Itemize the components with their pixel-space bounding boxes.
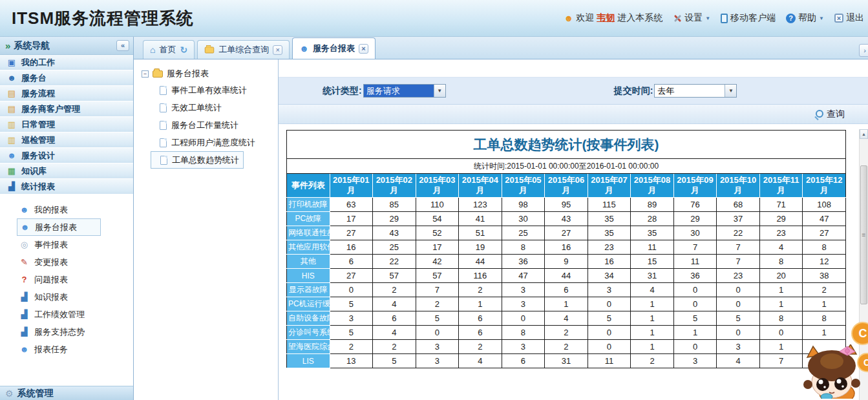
tab-servicedesk-report[interactable]: ☻服务台报表× bbox=[292, 37, 376, 59]
tree-item[interactable]: 工单总数趋势统计 bbox=[151, 151, 244, 169]
sidebar-item-label: 服务台 bbox=[21, 72, 47, 84]
tab-ticket-query[interactable]: 工单综合查询× bbox=[197, 40, 290, 59]
incident-report-icon: ◎ bbox=[19, 240, 29, 249]
tab-overflow-button[interactable]: › bbox=[859, 44, 868, 57]
app-title: ITSM服务流程管理系统 bbox=[0, 7, 194, 30]
column-header-month: 2015年03月 bbox=[416, 174, 459, 198]
stat-type-select[interactable]: 服务请求 ▼ bbox=[363, 84, 446, 98]
cell-value: 85 bbox=[373, 198, 416, 212]
file-icon bbox=[160, 86, 167, 95]
table-row: PC故障172954413043352829372947 bbox=[287, 212, 846, 226]
cell-value: 5 bbox=[330, 297, 373, 311]
sidebar-item-problem-report[interactable]: ?问题报表 bbox=[17, 271, 101, 288]
sidebar-item-change-report[interactable]: ✎变更报表 bbox=[17, 253, 101, 271]
sidebar-item-service-desk[interactable]: ☻服务台 bbox=[0, 70, 133, 86]
sidebar-item-knowledge-base[interactable]: ▦知识库 bbox=[0, 163, 133, 179]
collapse-sidebar-button[interactable]: « bbox=[116, 40, 129, 51]
tree-children: 事件工单有效率统计无效工单统计服务台工作量统计工程师用户满意度统计工单总数趋势统… bbox=[151, 81, 278, 169]
submit-time-select[interactable]: 去年 ▼ bbox=[654, 84, 737, 98]
cell-value: 35 bbox=[587, 226, 631, 240]
chevron-down-icon[interactable]: ▼ bbox=[725, 85, 736, 97]
mascot bbox=[799, 344, 864, 400]
knowledge-base-icon: ▦ bbox=[6, 166, 17, 176]
cell-value: 2 bbox=[459, 340, 502, 354]
search-icon bbox=[814, 110, 823, 119]
close-icon[interactable]: × bbox=[359, 44, 368, 54]
cell-value: 11 bbox=[587, 354, 631, 368]
cell-value: 76 bbox=[673, 198, 717, 212]
welcome-prefix: 欢迎 bbox=[576, 12, 594, 24]
report-view: 工单总数趋势统计(按事件列表) 统计时间:2015-01-01 00:00:00… bbox=[279, 124, 868, 400]
user-icon bbox=[564, 13, 573, 23]
cell-value: 68 bbox=[717, 198, 760, 212]
inspection-icon: ▥ bbox=[6, 135, 17, 145]
sidebar-subitem-label: 工作绩效管理 bbox=[34, 309, 85, 321]
cell-value: 29 bbox=[373, 212, 416, 226]
sidebar-item-stats-report[interactable]: ▟统计报表 bbox=[0, 179, 133, 195]
sidebar-item-performance-mgmt[interactable]: ▟工作绩效管理 bbox=[17, 306, 101, 323]
row-label: 网络联通性故障 bbox=[287, 226, 330, 240]
close-icon[interactable]: × bbox=[273, 45, 282, 55]
cell-value: 1 bbox=[545, 297, 588, 311]
sidebar-item-my-work[interactable]: ▣我的工作 bbox=[0, 55, 133, 70]
sidebar-item-incident-report[interactable]: ◎事件报表 bbox=[17, 236, 101, 253]
tree-root-servicedesk-reports[interactable]: 服务台报表 bbox=[142, 66, 278, 81]
cell-value: 3 bbox=[330, 311, 373, 326]
cell-value: 2 bbox=[545, 326, 588, 340]
report-tree-panel: 服务台报表 事件工单有效率统计无效工单统计服务台工作量统计工程师用户满意度统计工… bbox=[134, 59, 279, 400]
settings-label: 设置 bbox=[684, 12, 703, 24]
cell-value: 30 bbox=[673, 226, 717, 240]
scrollbar-thumb[interactable] bbox=[860, 165, 867, 304]
settings-menu[interactable]: 设置 ▼ bbox=[673, 12, 710, 24]
sidebar-item-servicedesk-report[interactable]: ☻服务台报表 bbox=[17, 218, 101, 236]
cell-value: 3 bbox=[502, 340, 545, 354]
tree-item[interactable]: 无效工单统计 bbox=[151, 99, 226, 116]
username[interactable]: 韦韧 bbox=[597, 12, 615, 24]
cell-value: 17 bbox=[416, 240, 459, 255]
chevron-down-icon[interactable]: ▼ bbox=[434, 85, 445, 97]
sidebar-item-inspection-mgmt[interactable]: ▥巡检管理 bbox=[0, 132, 133, 148]
help-menu[interactable]: ? 帮助 ▼ bbox=[786, 12, 824, 24]
column-header: 事件列表 bbox=[287, 174, 330, 198]
query-button[interactable]: 查询 bbox=[814, 109, 845, 120]
sidebar-item-report-task[interactable]: ☻报表任务 bbox=[17, 341, 101, 358]
sidebar-report-nav: ☻我的报表☻服务台报表◎事件报表✎变更报表?问题报表▟知识报表▟工作绩效管理▟服… bbox=[0, 195, 133, 358]
tools-icon bbox=[673, 14, 682, 23]
support-report-icon: ▟ bbox=[19, 327, 29, 337]
sidebar-item-vendor-customer[interactable]: ▤服务商客户管理 bbox=[0, 101, 133, 117]
sidebar-item-label: 服务设计 bbox=[21, 150, 55, 162]
cell-value: 27 bbox=[803, 226, 846, 240]
scroll-up-icon[interactable] bbox=[860, 129, 868, 139]
sidebar-item-my-report[interactable]: ☻我的报表 bbox=[17, 201, 101, 218]
sidebar-item-knowledge-report[interactable]: ▟知识报表 bbox=[17, 288, 101, 306]
column-header-month: 2015年04月 bbox=[459, 174, 502, 198]
cell-value: 2 bbox=[373, 340, 416, 354]
cell-value: 1 bbox=[631, 297, 674, 311]
sidebar-item-system-admin[interactable]: 系统管理 bbox=[0, 386, 133, 400]
cell-value: 6 bbox=[373, 311, 416, 326]
sidebar-item-support-posture[interactable]: ▟服务支持态势 bbox=[17, 323, 101, 341]
cell-value: 0 bbox=[717, 326, 760, 340]
cell-value: 43 bbox=[545, 212, 588, 226]
tree-item[interactable]: 服务台工作量统计 bbox=[151, 116, 242, 134]
mobile-client-link[interactable]: 移动客户端 bbox=[721, 12, 776, 24]
cell-value: 98 bbox=[502, 198, 545, 212]
sidebar-item-service-flow[interactable]: ▤服务流程 bbox=[0, 86, 133, 101]
report-panel: 统计类型: 服务请求 ▼ 提交时间: 去年 ▼ bbox=[279, 59, 868, 400]
sidebar-item-service-design[interactable]: ☻服务设计 bbox=[0, 148, 133, 163]
tab-label: 首页 bbox=[159, 44, 176, 56]
tree-item[interactable]: 工程师用户满意度统计 bbox=[151, 134, 259, 151]
tree-item[interactable]: 事件工单有效率统计 bbox=[151, 81, 251, 99]
column-header-month: 2015年02月 bbox=[373, 174, 416, 198]
cell-value: 42 bbox=[416, 255, 459, 269]
row-label: LIS bbox=[287, 354, 330, 368]
cell-value: 2 bbox=[545, 340, 588, 354]
cell-value: 11 bbox=[673, 255, 717, 269]
cell-value: 9 bbox=[545, 255, 588, 269]
tab-home[interactable]: ⌂首页↻ bbox=[143, 40, 195, 59]
tree-collapse-icon[interactable] bbox=[142, 70, 149, 78]
logout-button[interactable]: × 退出 bbox=[834, 12, 864, 24]
row-label: 其他应用软件问题 bbox=[287, 240, 330, 255]
sidebar-item-daily-mgmt[interactable]: ▥日常管理 bbox=[0, 117, 133, 132]
stat-type-filter: 统计类型: 服务请求 ▼ bbox=[323, 84, 446, 98]
